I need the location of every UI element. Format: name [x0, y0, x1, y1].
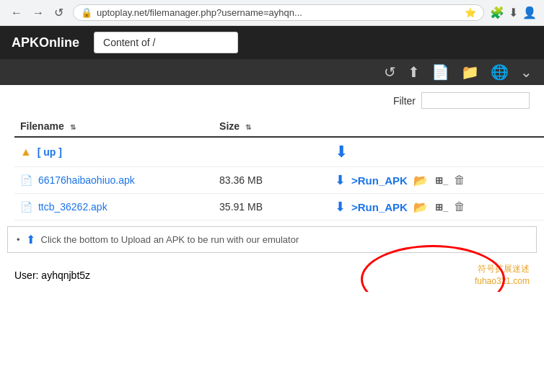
back-button[interactable]: ←	[7, 5, 26, 21]
up-arrow-icon: ▲	[20, 146, 32, 158]
download-chrome-icon[interactable]: ⬇	[509, 6, 518, 19]
watermark-line2: fuhao321.com	[475, 275, 530, 288]
user-label: User:	[14, 270, 38, 281]
file2-link[interactable]: ttcb_36262.apk	[38, 201, 108, 213]
file1-delete-icon[interactable]: 🗑	[454, 174, 465, 187]
address-bar[interactable]: 🔒 uptoplay.net/filemanager.php?username=…	[73, 4, 484, 21]
forward-button[interactable]: →	[29, 5, 48, 21]
new-file-icon[interactable]: 📄	[431, 63, 449, 81]
url-text: uptoplay.net/filemanager.php?username=ay…	[97, 7, 460, 18]
file2-delete-icon[interactable]: 🗑	[454, 200, 465, 213]
filename-sort-icon: ⇅	[70, 123, 76, 131]
nav-buttons: ← → ↺	[7, 4, 67, 21]
globe-icon[interactable]: 🌐	[491, 63, 509, 81]
file1-size-cell: 83.36 MB	[214, 167, 328, 194]
filter-label: Filter	[393, 95, 416, 107]
chrome-icons: 🧩 ⬇ 👤	[490, 6, 537, 19]
refresh-icon[interactable]: ↺	[384, 63, 396, 81]
watermark: 符号扩展迷述 fuhao321.com	[475, 263, 530, 288]
file2-size-cell: 35.91 MB	[214, 194, 328, 220]
table-row-up: ▲ [ up ] ⬇	[14, 137, 544, 167]
file2-terminal-icon[interactable]: ⊞_	[435, 202, 448, 213]
breadcrumb: Content of /	[94, 32, 238, 53]
file1-icon: 📄	[20, 174, 32, 186]
file-table-wrapper: Filename ⇅ Size ⇅ ▲ [ up ]	[0, 116, 544, 220]
size-column-header[interactable]: Size ⇅	[214, 116, 328, 137]
file1-link[interactable]: 66176haibaohiuo.apk	[38, 174, 135, 186]
file1-run-apk-button[interactable]: >Run_APK	[351, 174, 408, 187]
app-header: APKOnline Content of /	[0, 26, 544, 59]
table-header-row: Filename ⇅ Size ⇅	[14, 116, 544, 137]
reload-button[interactable]: ↺	[51, 4, 67, 21]
file2-actions-cell: ⬇ >Run_APK 📂 ⊞_ 🗑	[328, 194, 544, 220]
filter-row: Filter	[0, 85, 544, 116]
file1-terminal-icon[interactable]: ⊞_	[435, 175, 448, 186]
username: ayhqnjbt5z	[41, 270, 90, 281]
up-actions-cell: ⬇	[328, 137, 544, 167]
file1-actions-cell: ⬇ >Run_APK 📂 ⊞_ 🗑	[328, 167, 544, 194]
file1-folder-icon[interactable]: 📂	[413, 174, 428, 187]
upload-hint-icon: ⬆	[26, 233, 35, 246]
filename-column-header[interactable]: Filename ⇅	[14, 116, 214, 137]
toolbar: ↺ ⬆ 📄 📁 🌐 ⌄	[0, 59, 544, 85]
upload-icon[interactable]: ⬆	[408, 63, 420, 81]
file2-download-icon[interactable]: ⬇	[335, 199, 346, 215]
file2-icon: 📄	[20, 201, 32, 213]
actions-column-header	[328, 116, 544, 137]
footer: User: ayhqnjbt5z 符号扩展迷述 fuhao321.com	[0, 259, 544, 292]
table-row-file-2: 📄 ttcb_36262.apk 35.91 MB ⬇ >Run_APK 📂 ⊞…	[14, 194, 544, 220]
file2-run-apk-button[interactable]: >Run_APK	[351, 201, 408, 213]
up-cell: ▲ [ up ]	[14, 137, 214, 167]
filter-input[interactable]	[421, 92, 530, 109]
file1-name-cell: 📄 66176haibaohiuo.apk	[14, 167, 214, 194]
up-size-cell	[214, 137, 328, 167]
file1-action-group: ⬇ >Run_APK 📂 ⊞_ 🗑	[333, 172, 538, 188]
extension-icon[interactable]: 🧩	[490, 6, 504, 19]
table-row-file-1: 📄 66176haibaohiuo.apk 83.36 MB ⬇ >Run_AP…	[14, 167, 544, 194]
size-sort-icon: ⇅	[245, 123, 251, 131]
footer-user: User: ayhqnjbt5z	[14, 270, 90, 281]
file2-folder-icon[interactable]: 📂	[413, 200, 428, 214]
profile-icon[interactable]: 👤	[522, 6, 537, 19]
app-logo[interactable]: APKOnline	[12, 35, 79, 50]
up-download-icon[interactable]: ⬇	[335, 143, 348, 161]
more-icon[interactable]: ⌄	[520, 63, 532, 81]
new-folder-icon[interactable]: 📁	[461, 63, 479, 81]
bullet-dot: •	[17, 234, 20, 245]
up-link[interactable]: [ up ]	[38, 146, 62, 158]
file-table: Filename ⇅ Size ⇅ ▲ [ up ]	[14, 116, 544, 220]
watermark-line1: 符号扩展迷述	[475, 263, 530, 275]
upload-hint-text: Click the bottom to Upload an APK to be …	[41, 234, 299, 245]
file2-name-cell: 📄 ttcb_36262.apk	[14, 194, 214, 220]
file2-action-group: ⬇ >Run_APK 📂 ⊞_ 🗑	[333, 199, 538, 215]
file1-download-icon[interactable]: ⬇	[335, 172, 346, 188]
browser-chrome: ← → ↺ 🔒 uptoplay.net/filemanager.php?use…	[0, 0, 544, 26]
upload-hint: • ⬆ Click the bottom to Upload an APK to…	[7, 226, 537, 253]
